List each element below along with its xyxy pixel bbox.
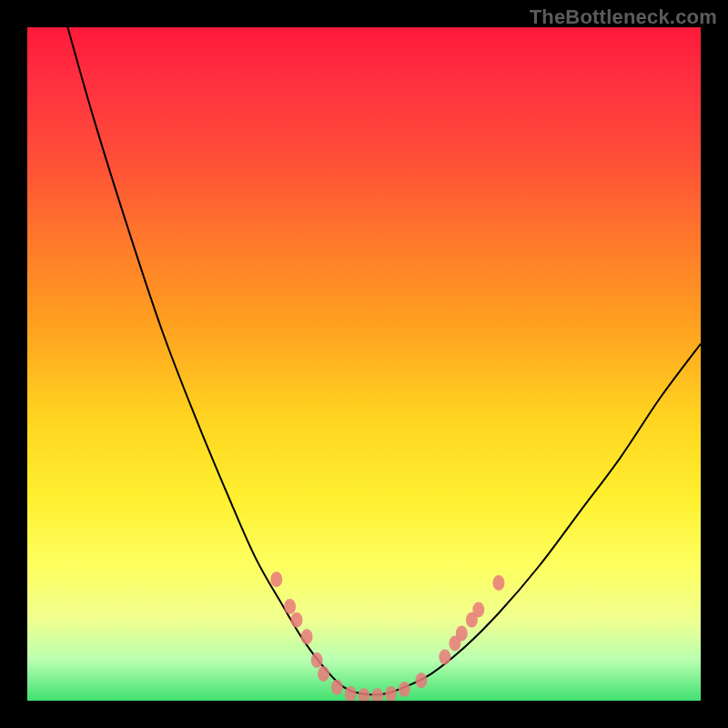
marker-dot	[270, 571, 282, 587]
marker-dot	[439, 649, 450, 664]
marker-dot	[385, 686, 397, 701]
marker-dot	[301, 629, 313, 644]
highlight-dots	[270, 571, 504, 701]
marker-dot	[359, 688, 370, 701]
marker-dot	[456, 626, 468, 642]
marker-dot	[399, 682, 410, 697]
marker-dot	[493, 575, 505, 591]
watermark-text: TheBottleneck.com	[530, 5, 717, 29]
bottleneck-curve	[67, 27, 701, 695]
chart-svg	[27, 27, 701, 701]
marker-dot	[311, 652, 323, 668]
marker-dot	[472, 602, 484, 618]
marker-dot	[291, 612, 303, 628]
marker-dot	[284, 599, 296, 614]
marker-dot	[331, 680, 343, 695]
plot-area	[27, 27, 701, 701]
outer-frame: TheBottleneck.com	[0, 0, 728, 728]
marker-dot	[318, 666, 329, 682]
marker-dot	[415, 672, 427, 688]
marker-dot	[371, 688, 383, 701]
